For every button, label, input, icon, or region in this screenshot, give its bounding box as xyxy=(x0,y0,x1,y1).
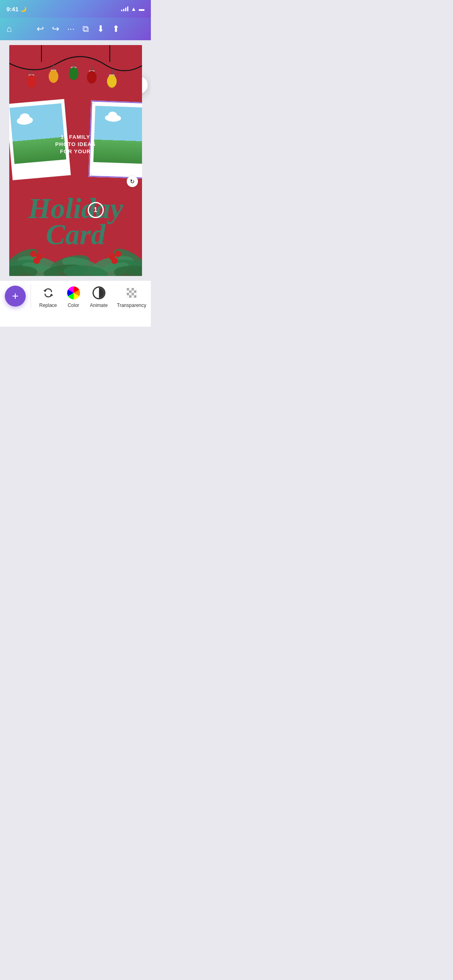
svg-point-5 xyxy=(27,75,36,88)
toolbar-center: ↩ ↪ ··· ⧉ ⬇ ⬆ xyxy=(37,24,119,34)
animate-label: Animate xyxy=(90,303,108,308)
status-time: 9:41 🌙 xyxy=(6,6,27,12)
color-icon xyxy=(66,286,81,300)
transparency-icon xyxy=(124,286,139,300)
redo-button[interactable]: ↪ xyxy=(52,24,59,34)
animate-icon xyxy=(92,286,106,300)
svg-rect-43 xyxy=(129,288,132,290)
layers-button[interactable]: ⧉ xyxy=(82,24,89,34)
replace-label: Replace xyxy=(39,303,57,308)
toolbar-divider xyxy=(31,284,31,308)
bottom-tools: Replace Color Animate xyxy=(35,286,151,308)
add-element-button[interactable]: + xyxy=(5,286,26,307)
app-toolbar: ⌂ ↩ ↪ ··· ⧉ ⬇ ⬆ xyxy=(0,18,151,40)
time-display: 9:41 xyxy=(6,6,19,12)
share-button[interactable]: ⬆ xyxy=(112,24,119,34)
main-text: 14 FAMILYPHOTO IDEASFOR YOUR xyxy=(51,134,100,156)
svg-rect-49 xyxy=(134,290,136,293)
wifi-icon: ▲ xyxy=(131,6,136,12)
svg-rect-50 xyxy=(127,293,129,295)
design-canvas[interactable]: ↻ 14 FAMILYPHOTO IDEASFOR YOUR Holiday C… xyxy=(9,45,142,276)
svg-rect-46 xyxy=(127,290,129,293)
svg-rect-45 xyxy=(134,288,136,290)
svg-rect-44 xyxy=(132,288,134,290)
battery-icon: ▬ xyxy=(139,6,144,12)
svg-rect-57 xyxy=(134,295,136,298)
string-lights xyxy=(9,45,142,93)
svg-rect-48 xyxy=(132,290,134,293)
color-tool[interactable]: Color xyxy=(66,286,81,308)
moon-icon: 🌙 xyxy=(20,6,27,12)
animate-tool[interactable]: Animate xyxy=(90,286,108,308)
handle-bl[interactable] xyxy=(88,173,92,178)
svg-point-37 xyxy=(111,257,118,264)
svg-rect-42 xyxy=(127,288,129,290)
signal-icon xyxy=(121,6,128,11)
svg-point-17 xyxy=(107,75,117,88)
handle-tl[interactable] xyxy=(90,101,95,104)
holly-decoration xyxy=(9,196,142,276)
svg-point-8 xyxy=(49,70,58,83)
svg-rect-54 xyxy=(127,295,129,298)
canvas-area: ··· xyxy=(0,40,151,281)
status-icons: ▲ ▬ xyxy=(121,6,144,12)
toolbar-left: ⌂ xyxy=(6,24,12,34)
svg-rect-56 xyxy=(132,295,134,298)
svg-point-14 xyxy=(87,71,97,84)
undo-button[interactable]: ↩ xyxy=(37,24,44,34)
color-label: Color xyxy=(68,303,79,308)
svg-rect-53 xyxy=(134,293,136,295)
svg-point-11 xyxy=(69,67,78,80)
svg-rect-52 xyxy=(132,293,134,295)
svg-rect-51 xyxy=(129,293,132,295)
cloud-right xyxy=(105,114,121,122)
status-bar: 9:41 🌙 ▲ ▬ xyxy=(0,0,151,18)
transparency-label: Transparency xyxy=(117,303,146,308)
home-button[interactable]: ⌂ xyxy=(6,24,12,34)
svg-rect-47 xyxy=(129,290,132,293)
svg-point-27 xyxy=(30,251,37,257)
more-options-button[interactable]: ··· xyxy=(67,24,74,34)
download-button[interactable]: ⬇ xyxy=(97,24,104,34)
svg-point-29 xyxy=(33,257,40,264)
cloud-left xyxy=(16,116,33,125)
replace-tool[interactable]: Replace xyxy=(39,286,57,308)
replace-icon xyxy=(41,286,56,300)
svg-rect-55 xyxy=(129,295,132,298)
svg-point-35 xyxy=(115,251,121,257)
transparency-tool[interactable]: Transparency xyxy=(117,286,146,308)
bottom-toolbar: + Replace Color xyxy=(0,281,151,327)
